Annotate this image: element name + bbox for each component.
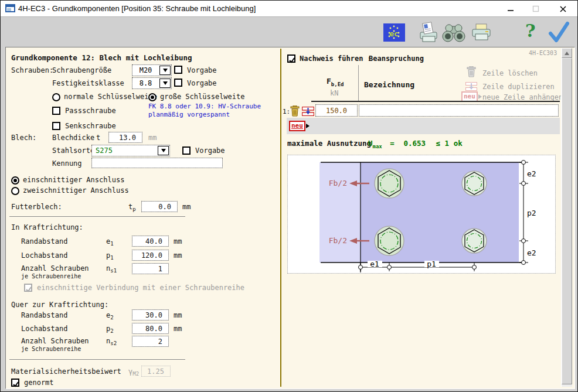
festigkeitsklasse-label: Festigkeitsklasse — [52, 79, 124, 87]
bolt — [375, 169, 404, 198]
bolt — [462, 229, 487, 253]
genormt-checkbox[interactable] — [11, 379, 19, 387]
eurocode-icon[interactable]: ec — [383, 23, 405, 42]
kennung-input[interactable] — [91, 158, 223, 168]
table-footer-strip — [287, 118, 560, 134]
svg-text:ec: ec — [389, 29, 399, 38]
festigkeitsklasse-select[interactable]: 8.8 — [132, 77, 172, 89]
anzahl2-label: Anzahl Schrauben — [21, 337, 89, 345]
p1-input[interactable]: 120.0 — [132, 250, 169, 261]
e2-top-label: e2 — [527, 169, 536, 178]
vorgabe-stahl-checkbox[interactable] — [182, 146, 191, 155]
blechdicke-input[interactable]: 13.0 — [108, 132, 142, 143]
bezeichnung-row-input[interactable] — [359, 104, 559, 117]
append-row-button[interactable]: neu — [289, 121, 310, 131]
normale-schluesselweite-radio[interactable] — [52, 93, 60, 101]
futterblech-input[interactable]: 0.0 — [141, 201, 178, 212]
einschnittige-verbindung-label: einschnittige Verbindung mit einer Schra… — [37, 284, 244, 292]
print-icon[interactable] — [470, 22, 494, 44]
delete-row-label: Zeile löschen — [482, 69, 538, 77]
chevron-down-icon[interactable] — [159, 79, 171, 88]
e2-bottom-label: e2 — [527, 248, 536, 257]
duplicate-row-label: Zeile duplizieren — [482, 83, 555, 91]
maximize-button[interactable] — [527, 4, 545, 14]
futterblech-unit: mm — [182, 203, 191, 211]
schraubengroesse-label: Schraubengröße — [52, 66, 111, 74]
blech-label: Blech: — [11, 134, 36, 142]
hv-note-line1: FK 8.8 oder 10.9: HV-Schraube — [148, 103, 261, 110]
p2-input[interactable]: 80.0 — [132, 323, 169, 334]
hv-note-line2: planmäßig vorgespannt — [148, 111, 230, 118]
p2-unit: mm — [174, 325, 182, 333]
header-rule — [311, 101, 560, 102]
ns1-symbol: ns1 — [106, 264, 117, 272]
senkschraube-checkbox[interactable] — [52, 122, 60, 130]
search-binoculars-icon[interactable] — [441, 22, 466, 44]
stahlsorte-select[interactable]: S275 — [91, 145, 170, 156]
grosse-schluesselweite-radio[interactable] — [148, 93, 157, 101]
panel-divider — [280, 49, 281, 387]
einschnittige-verbindung-checkbox — [24, 284, 32, 292]
tp-symbol: tp — [128, 203, 136, 211]
blechdicke-label: Blechdicke — [52, 134, 94, 142]
p1-label: p1 — [427, 260, 436, 268]
ns1-input[interactable]: 1 — [132, 263, 169, 274]
anzahl1-sublabel: je Schraubenreihe — [21, 273, 81, 279]
passschraube-label: Passschraube — [65, 107, 116, 115]
scroll-up-button[interactable] — [562, 48, 572, 58]
fb2-label-top: Fb/2 — [329, 179, 347, 188]
passschraube-checkbox[interactable] — [52, 107, 60, 115]
vorgabe-klasse-checkbox[interactable] — [174, 79, 182, 87]
schraubengroesse-select[interactable]: M20 — [132, 64, 172, 76]
anzahl2-sublabel: je Schraubenreihe — [21, 346, 81, 352]
vorgabe-groesse-label: Vorgabe — [187, 66, 217, 74]
help-icon[interactable]: ? — [525, 21, 536, 41]
e1-symbol: e1 — [106, 237, 114, 246]
t-symbol: t — [96, 134, 100, 142]
e2-input[interactable]: 30.0 — [132, 309, 169, 321]
festigkeitsklasse-value: 8.8 — [132, 78, 159, 88]
e1-label: e1 — [370, 260, 379, 268]
title-bar: 4H-EC3 - Grundkomponenten [Position 35: … — [1, 1, 577, 17]
plate-diagram: Fb/2 Fb/2 e2 p2 e2 — [287, 155, 556, 274]
module-code: 4H-EC303 — [529, 50, 557, 56]
scroll-thumb[interactable] — [562, 58, 572, 384]
vorgabe-groesse-checkbox[interactable] — [174, 66, 182, 74]
material-label: Materialsicherheitsbeiwert — [11, 367, 121, 376]
row-delete-icon[interactable] — [290, 105, 300, 117]
zweischnittig-radio[interactable] — [11, 187, 19, 195]
genormt-label: genormt — [24, 379, 54, 387]
blechdicke-unit: mm — [148, 134, 157, 142]
fbed-row-input[interactable]: 150.0 — [315, 104, 358, 117]
window-title: 4H-EC3 - Grundkomponenten [Position 35: … — [18, 4, 256, 13]
e1-input[interactable]: 40.0 — [132, 236, 169, 247]
app-window: 4H-EC3 - Grundkomponenten [Position 35: … — [0, 0, 578, 392]
chevron-down-icon[interactable] — [158, 146, 169, 155]
p1-symbol: p1 — [106, 251, 114, 260]
scrollbar[interactable] — [561, 48, 572, 387]
kraftrichtung-heading: In Kraftrichtung: — [11, 223, 83, 231]
kennung-label: Kennung — [52, 159, 82, 168]
nachweis-value: Beanspruchung — [369, 54, 424, 63]
row-index: 1: — [283, 108, 290, 115]
bolt — [462, 171, 487, 196]
lochabstand1-label: Lochabstand — [21, 251, 67, 260]
ns2-symbol: ns2 — [106, 337, 117, 345]
nachweis-checkbox[interactable] — [287, 54, 295, 63]
confirm-icon[interactable] — [548, 21, 570, 44]
p2-label: p2 — [527, 209, 536, 217]
max-ausnutzung-label: maximale Ausnutzung — [287, 139, 371, 148]
p2-symbol: p2 — [106, 325, 114, 333]
normale-schluesselweite-label: normale Schlüsselweite — [64, 93, 157, 101]
minimize-button[interactable] — [502, 4, 519, 14]
section-heading: Grundkomponente 12: Blech mit Lochleibun… — [11, 53, 192, 62]
delete-row-icon — [467, 66, 476, 77]
einschnittig-radio[interactable] — [11, 176, 19, 185]
ns2-input[interactable]: 2 — [132, 336, 169, 347]
nachweis-label: Nachweis führen : — [300, 54, 372, 63]
fbed-column-header: Fb,Ed — [327, 77, 344, 86]
row-duplicate-icon[interactable] — [302, 107, 314, 116]
print-preview-icon[interactable] — [418, 22, 440, 44]
close-button[interactable] — [554, 4, 572, 14]
chevron-down-icon[interactable] — [159, 66, 171, 75]
